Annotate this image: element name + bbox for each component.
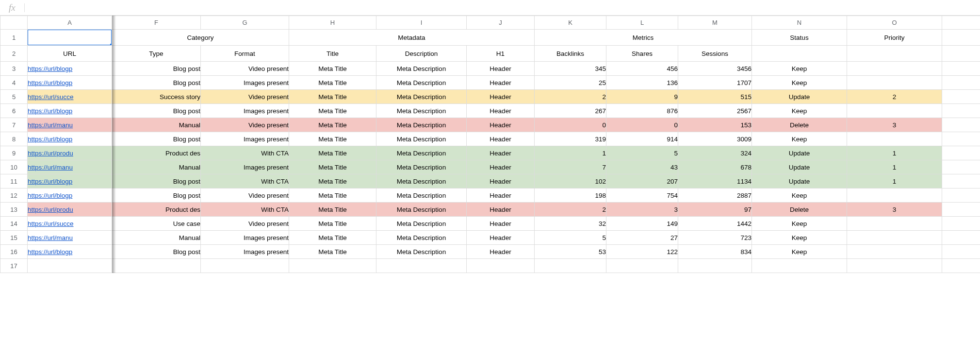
url-link[interactable]: https://url/blogp bbox=[28, 178, 72, 185]
cell-h1[interactable]: Header bbox=[467, 118, 535, 132]
cell-extra[interactable] bbox=[942, 174, 980, 188]
cell-url[interactable]: https://url/manu bbox=[28, 160, 112, 174]
url-link[interactable]: https://url/manu bbox=[28, 164, 73, 171]
cell-shares[interactable]: 122 bbox=[606, 245, 678, 259]
url-link[interactable]: https://url/blogp bbox=[28, 79, 72, 86]
cell-description[interactable]: Meta Description bbox=[376, 118, 467, 132]
cell-format[interactable]: Video present bbox=[201, 90, 289, 104]
header-format[interactable]: Format bbox=[201, 46, 289, 62]
cell-extra-2[interactable] bbox=[942, 46, 980, 62]
cell-shares[interactable]: 914 bbox=[606, 132, 678, 146]
url-link[interactable]: https://url/blogp bbox=[28, 192, 72, 199]
row-header-8[interactable]: 8 bbox=[0, 132, 28, 146]
cell-sessions[interactable]: 723 bbox=[678, 231, 752, 245]
cell-backlinks[interactable]: 267 bbox=[535, 104, 606, 118]
cell-backlinks[interactable]: 53 bbox=[535, 245, 606, 259]
cell-title[interactable]: Meta Title bbox=[289, 62, 376, 76]
cell-sessions[interactable]: 3009 bbox=[678, 132, 752, 146]
band-priority[interactable]: Priority bbox=[847, 30, 942, 46]
header-sessions[interactable]: Sessions bbox=[678, 46, 752, 62]
band-metrics[interactable]: Metrics bbox=[535, 30, 752, 46]
cell-title[interactable]: Meta Title bbox=[289, 188, 376, 203]
cell-backlinks[interactable]: 32 bbox=[535, 217, 606, 231]
cell-url[interactable]: https://url/produ bbox=[28, 146, 112, 160]
cell-type[interactable]: Blog post bbox=[112, 245, 201, 259]
cell-priority[interactable]: 3 bbox=[847, 203, 942, 217]
cell-format[interactable]: Video present bbox=[201, 217, 289, 231]
header-backlinks[interactable]: Backlinks bbox=[535, 46, 606, 62]
url-link[interactable]: https://url/produ bbox=[28, 206, 73, 213]
cell-status[interactable]: Keep bbox=[752, 132, 847, 146]
band-category[interactable]: Category bbox=[112, 30, 289, 46]
cell-shares[interactable]: 754 bbox=[606, 188, 678, 203]
cell-type[interactable]: Use case bbox=[112, 217, 201, 231]
cell-A17[interactable] bbox=[28, 259, 112, 273]
cell-extra[interactable] bbox=[942, 62, 980, 76]
cell-description[interactable]: Meta Description bbox=[376, 62, 467, 76]
cell-h1[interactable]: Header bbox=[467, 231, 535, 245]
row-header-12[interactable]: 12 bbox=[0, 188, 28, 203]
col-header-N[interactable]: N bbox=[752, 16, 847, 30]
cell-description[interactable]: Meta Description bbox=[376, 76, 467, 90]
cell-status[interactable]: Keep bbox=[752, 245, 847, 259]
cell-url[interactable]: https://url/succe bbox=[28, 217, 112, 231]
cell-shares[interactable]: 5 bbox=[606, 146, 678, 160]
row-header-2[interactable]: 2 bbox=[0, 46, 28, 62]
cell-backlinks[interactable]: 198 bbox=[535, 188, 606, 203]
cell-title[interactable]: Meta Title bbox=[289, 76, 376, 90]
row-header-11[interactable]: 11 bbox=[0, 174, 28, 188]
cell-status[interactable]: Keep bbox=[752, 188, 847, 203]
cell-shares[interactable]: 136 bbox=[606, 76, 678, 90]
cell-title[interactable]: Meta Title bbox=[289, 160, 376, 174]
cell-type[interactable]: Product des bbox=[112, 146, 201, 160]
row-header-17[interactable]: 17 bbox=[0, 259, 28, 273]
cell-extra[interactable] bbox=[942, 160, 980, 174]
cell-type[interactable]: Blog post bbox=[112, 62, 201, 76]
cell-h1[interactable]: Header bbox=[467, 104, 535, 118]
cell-sessions[interactable]: 515 bbox=[678, 90, 752, 104]
url-link[interactable]: https://url/manu bbox=[28, 121, 73, 129]
cell-shares[interactable]: 876 bbox=[606, 104, 678, 118]
cell-url[interactable]: https://url/succe bbox=[28, 90, 112, 104]
formula-input[interactable] bbox=[33, 2, 980, 14]
url-link[interactable]: https://url/blogp bbox=[28, 65, 72, 72]
cell-description[interactable]: Meta Description bbox=[376, 245, 467, 259]
cell-type[interactable]: Blog post bbox=[112, 76, 201, 90]
cell-shares[interactable]: 27 bbox=[606, 231, 678, 245]
cell-type[interactable]: Manual bbox=[112, 160, 201, 174]
cell-h1[interactable]: Header bbox=[467, 245, 535, 259]
cell-title[interactable]: Meta Title bbox=[289, 104, 376, 118]
cell-url[interactable]: https://url/manu bbox=[28, 118, 112, 132]
cell-extra[interactable] bbox=[942, 118, 980, 132]
header-url[interactable]: URL bbox=[28, 46, 112, 62]
url-link[interactable]: https://url/succe bbox=[28, 220, 74, 227]
cell-format[interactable]: Images present bbox=[201, 231, 289, 245]
band-metadata[interactable]: Metadata bbox=[289, 30, 535, 46]
col-header-H[interactable]: H bbox=[289, 16, 376, 30]
cell-title[interactable]: Meta Title bbox=[289, 217, 376, 231]
cell-title[interactable]: Meta Title bbox=[289, 90, 376, 104]
row-header-16[interactable]: 16 bbox=[0, 245, 28, 259]
cell-title[interactable]: Meta Title bbox=[289, 231, 376, 245]
cell-description[interactable]: Meta Description bbox=[376, 104, 467, 118]
cell-backlinks[interactable]: 2 bbox=[535, 90, 606, 104]
cell-backlinks[interactable]: 102 bbox=[535, 174, 606, 188]
cell-A1[interactable] bbox=[28, 30, 112, 46]
cell-extra-1[interactable] bbox=[942, 30, 980, 46]
cell-description[interactable]: Meta Description bbox=[376, 146, 467, 160]
url-link[interactable]: https://url/blogp bbox=[28, 136, 72, 143]
row-header-14[interactable]: 14 bbox=[0, 217, 28, 231]
cell-backlinks[interactable]: 345 bbox=[535, 62, 606, 76]
cell-description[interactable]: Meta Description bbox=[376, 174, 467, 188]
header-status-blank[interactable] bbox=[752, 46, 847, 62]
col-header-L[interactable]: L bbox=[606, 16, 678, 30]
cell-format[interactable]: Video present bbox=[201, 62, 289, 76]
header-shares[interactable]: Shares bbox=[606, 46, 678, 62]
col-header-G[interactable]: G bbox=[201, 16, 289, 30]
cell-description[interactable]: Meta Description bbox=[376, 203, 467, 217]
cell-backlinks[interactable]: 5 bbox=[535, 231, 606, 245]
cell-extra[interactable] bbox=[942, 76, 980, 90]
cell-status[interactable]: Update bbox=[752, 174, 847, 188]
cell-h1[interactable]: Header bbox=[467, 76, 535, 90]
cell-url[interactable]: https://url/blogp bbox=[28, 104, 112, 118]
